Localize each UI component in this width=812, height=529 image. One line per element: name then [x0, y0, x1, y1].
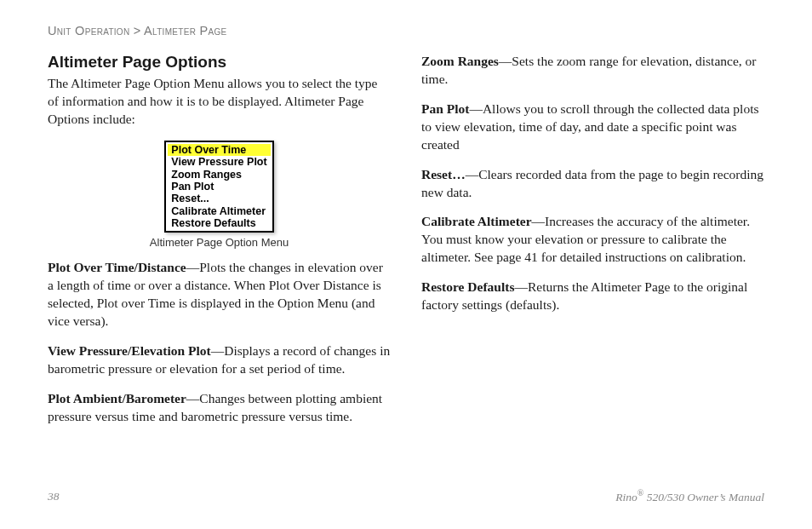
- figure: Plot Over Time View Pressure Plot Zoom R…: [48, 141, 391, 250]
- def-term: Restore Defaults: [421, 279, 514, 294]
- menu-item-pan-plot: Pan Plot: [168, 181, 270, 193]
- manual-title: Rino® 520/530 Owner’s Manual: [615, 488, 764, 504]
- product-prefix: Rino: [615, 490, 638, 503]
- def-term: Reset…: [421, 167, 466, 181]
- def-term: Calibrate Altimeter: [421, 214, 532, 228]
- def-term: Zoom Ranges: [421, 54, 499, 68]
- breadcrumb-page: Altimeter Page: [144, 24, 226, 37]
- definition-plot-ambient-barometer: Plot Ambient/Barometer—Changes between p…: [48, 390, 391, 426]
- figure-caption: Altimeter Page Option Menu: [48, 236, 391, 249]
- def-term: Pan Plot: [421, 101, 469, 116]
- definition-calibrate-altimeter: Calibrate Altimeter—Increases the accura…: [421, 213, 764, 267]
- breadcrumb-sep: >: [129, 24, 144, 37]
- definition-view-pressure-elevation-plot: View Pressure/Elevation Plot—Displays a …: [48, 342, 391, 378]
- page-footer: 38 Rino® 520/530 Owner’s Manual: [48, 488, 764, 504]
- def-term: View Pressure/Elevation Plot: [48, 343, 211, 358]
- def-desc: —Clears recorded data from the page to b…: [421, 167, 763, 199]
- def-desc: —Allows you to scroll through the collec…: [421, 101, 758, 152]
- breadcrumb-section: Unit Operation: [48, 24, 129, 37]
- definition-zoom-ranges: Zoom Ranges—Sets the zoom range for elev…: [421, 53, 764, 89]
- definition-restore-defaults: Restore Defaults—Returns the Altimeter P…: [421, 279, 764, 314]
- definition-plot-over-time-distance: Plot Over Time/Distance—Plots the change…: [48, 259, 391, 331]
- menu-item-calibrate-altimeter: Calibrate Altimeter: [168, 205, 270, 217]
- menu-item-view-pressure-plot: View Pressure Plot: [168, 156, 270, 168]
- right-column: Zoom Ranges—Sets the zoom range for elev…: [421, 53, 764, 438]
- left-column: Altimeter Page Options The Altimeter Pag…: [48, 53, 391, 438]
- def-term: Plot Ambient/Barometer: [48, 391, 186, 405]
- intro-paragraph: The Altimeter Page Option Menu allows yo…: [48, 75, 391, 129]
- menu-item-plot-over-time: Plot Over Time: [168, 144, 270, 156]
- menu-item-reset: Reset...: [168, 193, 270, 204]
- content-columns: Altimeter Page Options The Altimeter Pag…: [48, 53, 764, 438]
- def-term: Plot Over Time/Distance: [48, 260, 186, 274]
- option-menu-figure: Plot Over Time View Pressure Plot Zoom R…: [164, 141, 273, 233]
- definition-reset: Reset…—Clears recorded data from the pag…: [421, 166, 764, 202]
- menu-item-restore-defaults: Restore Defaults: [168, 217, 270, 229]
- breadcrumb: Unit Operation > Altimeter Page: [48, 24, 764, 37]
- menu-item-zoom-ranges: Zoom Ranges: [168, 169, 270, 181]
- section-heading: Altimeter Page Options: [48, 53, 391, 72]
- page-number: 38: [48, 490, 60, 503]
- product-suffix: 520/530 Owner’s Manual: [643, 490, 764, 503]
- definition-pan-plot: Pan Plot—Allows you to scroll through th…: [421, 101, 764, 154]
